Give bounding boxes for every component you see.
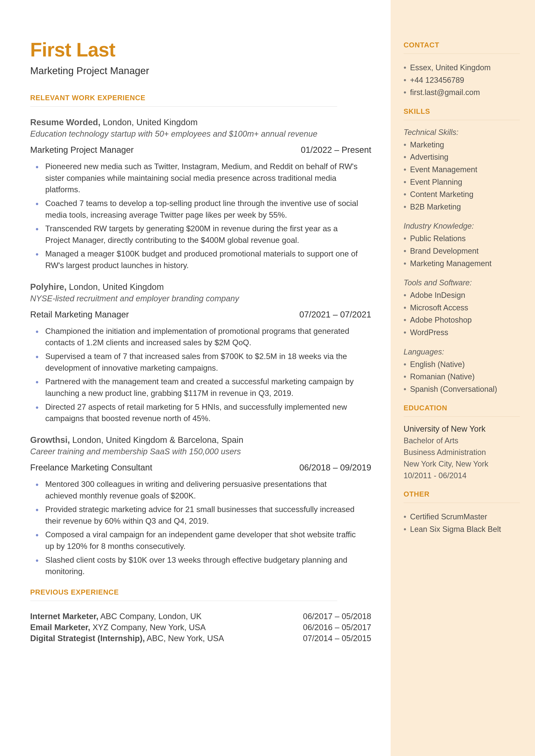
other-list: Certified ScrumMasterLean Six Sigma Blac… — [404, 511, 520, 535]
divider — [404, 120, 520, 120]
previous-role: Digital Strategist (Internship), — [30, 634, 145, 643]
company-line: Polyhire, London, United Kingdom — [30, 282, 371, 292]
skill-item: Adobe Photoshop — [404, 314, 520, 326]
previous-dates: 06/2017 – 05/2018 — [303, 612, 371, 621]
contact-list: Essex, United Kingdom+44 123456789first.… — [404, 61, 520, 99]
divider — [404, 503, 520, 503]
skill-list: MarketingAdvertisingEvent ManagementEven… — [404, 139, 520, 213]
skill-list: Adobe InDesignMicrosoft AccessAdobe Phot… — [404, 289, 520, 339]
previous-company: ABC Company, London, UK — [99, 612, 202, 621]
previous-dates: 07/2014 – 05/2015 — [303, 634, 371, 643]
job-block: Polyhire, London, United KingdomNYSE-lis… — [30, 282, 371, 424]
section-previous-experience: PREVIOUS EXPERIENCE — [30, 588, 371, 596]
company-description: Education technology startup with 50+ em… — [30, 129, 371, 139]
skill-category: Industry Knowledge: — [404, 222, 520, 231]
skill-item: Brand Development — [404, 245, 520, 257]
previous-company: ABC, New York, USA — [145, 634, 224, 643]
previous-role: Email Marketer, — [30, 623, 90, 632]
achievement-item: Managed a meager $100K budget and produc… — [45, 248, 371, 271]
divider — [404, 53, 520, 54]
previous-dates: 06/2016 – 05/2017 — [303, 623, 371, 632]
role-row: Freelance Marketing Consultant06/2018 – … — [30, 463, 371, 472]
achievement-item: Directed 27 aspects of retail marketing … — [45, 401, 371, 424]
sidebar-column: CONTACT Essex, United Kingdom+44 1234567… — [391, 0, 535, 756]
role-row: Marketing Project Manager01/2022 – Prese… — [30, 145, 371, 155]
candidate-name: First Last — [30, 39, 371, 61]
company-location: London, United Kingdom — [100, 118, 198, 127]
skill-item: Marketing Management — [404, 257, 520, 270]
company-line: Resume Worded, London, United Kingdom — [30, 118, 371, 127]
skill-item: Advertising — [404, 151, 520, 163]
resume-page: First Last Marketing Project Manager REL… — [0, 0, 535, 756]
section-skills: SKILLS — [404, 107, 520, 116]
candidate-title: Marketing Project Manager — [30, 65, 371, 76]
skill-item: Content Marketing — [404, 188, 520, 201]
skill-category: Languages: — [404, 348, 520, 356]
company-location: London, United Kingdom — [67, 282, 164, 292]
main-column: First Last Marketing Project Manager REL… — [0, 0, 391, 756]
previous-role: Internet Marketer, — [30, 612, 99, 621]
skill-item: English (Native) — [404, 358, 520, 371]
education-location: New York City, New York — [404, 458, 520, 470]
skill-list: English (Native)Romanian (Native)Spanish… — [404, 358, 520, 395]
section-other: OTHER — [404, 490, 520, 498]
skill-item: WordPress — [404, 326, 520, 339]
contact-item: first.last@gmail.com — [404, 86, 520, 99]
contact-item: Essex, United Kingdom — [404, 61, 520, 74]
company-name: Growthsi, — [30, 435, 70, 445]
company-line: Growthsi, London, United Kingdom & Barce… — [30, 435, 371, 445]
divider — [30, 601, 337, 601]
achievement-item: Transcended RW targets by generating $20… — [45, 223, 371, 246]
skill-item: B2B Marketing — [404, 201, 520, 213]
education-field: Business Administration — [404, 447, 520, 458]
role-dates: 01/2022 – Present — [301, 145, 371, 155]
previous-row: Digital Strategist (Internship), ABC, Ne… — [30, 634, 371, 643]
skill-item: Microsoft Access — [404, 301, 520, 314]
role-row: Retail Marketing Manager07/2021 – 07/202… — [30, 310, 371, 320]
education-block: University of New York Bachelor of Arts … — [404, 424, 520, 482]
achievement-item: Supervised a team of 7 that increased sa… — [45, 350, 371, 374]
other-item: Certified ScrumMaster — [404, 511, 520, 523]
section-contact: CONTACT — [404, 41, 520, 49]
job-block: Growthsi, London, United Kingdom & Barce… — [30, 435, 371, 577]
education-degree: Bachelor of Arts — [404, 435, 520, 447]
previous-role-company: Internet Marketer, ABC Company, London, … — [30, 612, 202, 621]
role-dates: 06/2018 – 09/2019 — [299, 463, 371, 472]
role-title: Marketing Project Manager — [30, 145, 134, 155]
company-name: Polyhire, — [30, 282, 67, 292]
education-school: University of New York — [404, 424, 520, 434]
achievement-item: Composed a viral campaign for an indepen… — [45, 529, 371, 552]
company-description: NYSE-listed recruitment and employer bra… — [30, 294, 371, 303]
role-title: Freelance Marketing Consultant — [30, 463, 152, 472]
achievement-item: Slashed client costs by $10K over 13 wee… — [45, 554, 371, 577]
previous-role-company: Digital Strategist (Internship), ABC, Ne… — [30, 634, 224, 643]
other-item: Lean Six Sigma Black Belt — [404, 523, 520, 536]
previous-role-company: Email Marketer, XYZ Company, New York, U… — [30, 623, 206, 632]
education-dates: 10/2011 - 06/2014 — [404, 470, 520, 482]
achievement-item: Championed the initiation and implementa… — [45, 325, 371, 349]
skill-item: Marketing — [404, 139, 520, 151]
skill-item: Event Management — [404, 163, 520, 176]
previous-company: XYZ Company, New York, USA — [90, 623, 206, 632]
skill-item: Spanish (Conversational) — [404, 383, 520, 395]
achievement-list: Championed the initiation and implementa… — [30, 325, 371, 424]
skill-category: Technical Skills: — [404, 128, 520, 137]
skill-list: Public RelationsBrand DevelopmentMarketi… — [404, 232, 520, 269]
achievement-list: Mentored 300 colleagues in writing and d… — [30, 478, 371, 577]
role-title: Retail Marketing Manager — [30, 310, 129, 320]
skill-category: Tools and Software: — [404, 278, 520, 287]
skill-item: Adobe InDesign — [404, 289, 520, 301]
divider — [30, 106, 337, 107]
achievement-item: Provided strategic marketing advice for … — [45, 504, 371, 527]
contact-item: +44 123456789 — [404, 74, 520, 86]
achievement-item: Pioneered new media such as Twitter, Ins… — [45, 161, 371, 195]
skill-item: Event Planning — [404, 176, 520, 188]
company-name: Resume Worded, — [30, 118, 100, 127]
achievement-item: Mentored 300 colleagues in writing and d… — [45, 478, 371, 501]
job-block: Resume Worded, London, United KingdomEdu… — [30, 118, 371, 271]
company-location: London, United Kingdom & Barcelona, Spai… — [70, 435, 243, 445]
skill-item: Public Relations — [404, 232, 520, 245]
previous-row: Internet Marketer, ABC Company, London, … — [30, 612, 371, 621]
achievement-list: Pioneered new media such as Twitter, Ins… — [30, 161, 371, 271]
previous-row: Email Marketer, XYZ Company, New York, U… — [30, 623, 371, 632]
